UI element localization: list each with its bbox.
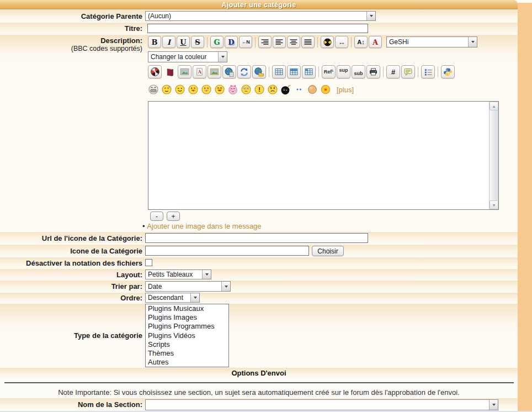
parent-category-select[interactable]: (Aucun) xyxy=(145,11,376,21)
category-type-option[interactable]: Plugins Vidéos xyxy=(146,331,228,340)
python-button[interactable] xyxy=(441,65,455,78)
category-type-option[interactable]: Thèmes xyxy=(146,349,228,358)
align-left-button[interactable] xyxy=(273,36,286,48)
category-type-option[interactable]: Autres xyxy=(146,358,228,367)
category-type-option[interactable]: Scripts xyxy=(146,340,228,349)
smiley-ball[interactable] xyxy=(307,84,318,95)
image-frame-button[interactable] xyxy=(208,65,221,78)
anchor-button[interactable]: # xyxy=(386,65,400,78)
increase-size-button[interactable]: + xyxy=(167,212,180,221)
pdf-button[interactable]: A xyxy=(193,65,206,78)
italic-button[interactable]: I xyxy=(162,36,175,48)
icon-input[interactable] xyxy=(145,246,309,256)
font-size-button[interactable]: A↕ xyxy=(354,36,368,48)
glow-button[interactable]: G xyxy=(210,36,224,48)
scrollbar-track[interactable] xyxy=(490,110,498,200)
web-folder-button[interactable] xyxy=(252,65,266,78)
web-link-button[interactable] xyxy=(222,65,236,78)
smiley-razz[interactable] xyxy=(188,84,199,95)
align-center-button[interactable] xyxy=(287,36,300,48)
spoiler-button[interactable] xyxy=(321,36,334,48)
table-icon xyxy=(274,67,284,76)
description-textarea[interactable] xyxy=(148,102,489,209)
category-type-option[interactable]: Plugins Images xyxy=(146,313,228,322)
add-image-link[interactable]: Ajouter une image dans le message xyxy=(147,222,261,230)
smiley-inlove[interactable] xyxy=(227,84,238,95)
smiley-embarrassed[interactable] xyxy=(161,84,172,95)
reference-button[interactable]: Ref¹ xyxy=(322,65,336,78)
italic-button-label: I xyxy=(167,38,171,46)
book-icon xyxy=(165,67,174,77)
align-right-button[interactable] xyxy=(258,36,272,48)
image-button[interactable] xyxy=(178,65,191,78)
more-smileys-link[interactable]: [plus] xyxy=(337,86,354,94)
section-name-select[interactable] xyxy=(145,399,498,410)
table-header-icon xyxy=(289,67,299,76)
shadow-button[interactable]: D xyxy=(225,36,238,48)
description-row: Description: (BBC codes supportés) BIUSG… xyxy=(0,35,518,231)
print-button[interactable] xyxy=(366,65,380,78)
category-type-option[interactable]: Plugins Programmes xyxy=(146,322,228,331)
disable-rating-checkbox[interactable] xyxy=(145,259,152,266)
font-color-button-label: A xyxy=(373,38,378,46)
chevron-down-icon xyxy=(218,52,227,62)
scroll-up-icon[interactable]: ▲ xyxy=(490,102,498,110)
refresh-button[interactable] xyxy=(237,65,251,78)
globe-folder-icon xyxy=(254,67,264,77)
align-justify-button[interactable] xyxy=(301,36,315,48)
horizontal-rule-button[interactable]: ↔ xyxy=(335,36,348,48)
svg-text:A: A xyxy=(198,69,201,75)
list-button[interactable] xyxy=(421,65,435,78)
subscript-button[interactable]: sub xyxy=(352,65,365,78)
table-cell-button[interactable] xyxy=(302,65,316,78)
comment-button[interactable] xyxy=(401,65,415,78)
section-name-row: Nom de la Section: xyxy=(0,398,518,411)
comment-icon xyxy=(403,67,413,76)
browse-button[interactable]: Choisir xyxy=(312,246,344,256)
disable-rating-row: Désactiver la notation des fichiers xyxy=(0,257,518,268)
table-button[interactable] xyxy=(272,65,286,78)
scroll-down-icon[interactable]: ▼ xyxy=(490,200,498,209)
smiley-biggrin[interactable] xyxy=(201,84,212,95)
smiley-arrow[interactable]: » xyxy=(320,84,331,95)
smiley-bomb[interactable] xyxy=(280,84,291,95)
smiley-sad[interactable] xyxy=(267,84,278,95)
decrease-size-button[interactable]: - xyxy=(150,212,163,221)
chevron-down-icon xyxy=(366,12,375,20)
sort-select[interactable]: Date xyxy=(145,281,231,292)
color-select[interactable]: Changer la couleur xyxy=(148,51,227,62)
superscript-button[interactable]: sup xyxy=(337,65,350,78)
wheel-button[interactable] xyxy=(148,65,162,78)
order-select[interactable]: Descendant xyxy=(145,293,200,303)
textarea-scrollbar[interactable]: ▲ ▼ xyxy=(489,102,498,209)
bold-button[interactable]: B xyxy=(148,36,161,48)
remove-format-button[interactable]: ←N xyxy=(239,36,252,48)
title-input[interactable] xyxy=(147,24,368,33)
smiley-eek[interactable] xyxy=(241,84,252,95)
underline-button[interactable]: U xyxy=(177,36,190,48)
icon-url-input[interactable] xyxy=(145,233,368,243)
strikethrough-button[interactable]: S xyxy=(191,36,204,48)
radioactive-icon xyxy=(323,38,332,46)
book-button[interactable] xyxy=(163,65,177,78)
layout-select[interactable]: Petits Tableaux xyxy=(145,270,211,279)
font-color-button[interactable]: A xyxy=(369,36,382,48)
description-label: Description: xyxy=(0,36,142,45)
category-type-option[interactable]: Plugins Musicaux xyxy=(146,304,228,313)
smiley-smile[interactable] xyxy=(174,84,185,95)
geshi-select[interactable]: GeSHi xyxy=(386,36,477,47)
smiley-exclaim[interactable]: ! xyxy=(254,84,265,95)
description-label-block: Description: (BBC codes supportés) xyxy=(0,36,142,52)
layout-value: Petits Tableaux xyxy=(146,271,193,278)
svg-text:»: » xyxy=(324,86,327,92)
smiley-big-teeth[interactable] xyxy=(148,84,159,95)
category-type-listbox[interactable]: Plugins MusicauxPlugins ImagesPlugins Pr… xyxy=(145,304,229,367)
chevron-down-icon xyxy=(190,293,199,302)
smiley-quotes[interactable] xyxy=(294,84,305,95)
smiley-laugh[interactable] xyxy=(214,84,225,95)
image-icon xyxy=(180,67,189,76)
align-center-icon xyxy=(289,39,298,46)
table-header-button[interactable] xyxy=(287,65,301,78)
parent-category-value: (Aucun) xyxy=(146,12,171,20)
font-size-button-label: A↕ xyxy=(357,39,364,45)
